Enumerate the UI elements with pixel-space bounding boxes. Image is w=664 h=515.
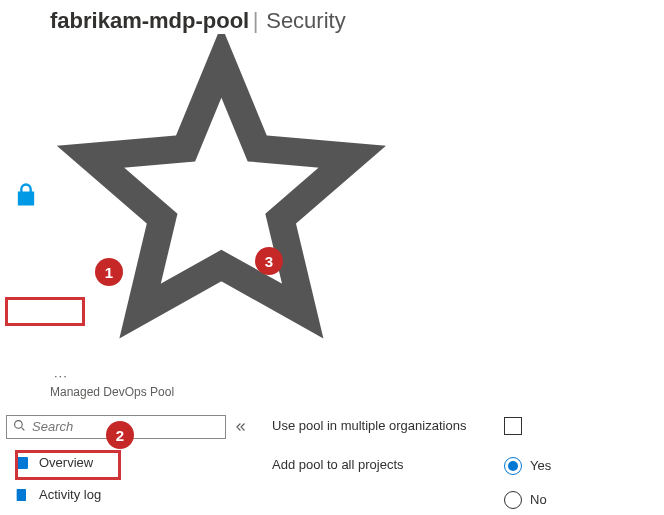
radio-label: Yes bbox=[530, 458, 551, 473]
more-menu-icon[interactable]: ··· bbox=[50, 368, 72, 383]
search-input[interactable] bbox=[32, 419, 219, 434]
sidebar: Overview Activity log Access control (IA… bbox=[0, 409, 254, 515]
overview-icon bbox=[14, 455, 30, 471]
sidebar-item-iam[interactable]: Access control (IAM) bbox=[6, 511, 248, 515]
sidebar-label: Overview bbox=[39, 455, 93, 470]
collapse-sidebar-icon[interactable] bbox=[234, 420, 248, 434]
resource-type: Managed DevOps Pool bbox=[0, 385, 664, 409]
sidebar-item-overview[interactable]: Overview bbox=[6, 447, 248, 479]
activity-log-icon bbox=[14, 487, 30, 503]
page-header: fabrikam-mdp-pool | Security ··· bbox=[0, 0, 664, 385]
add-all-label: Add pool to all projects bbox=[272, 457, 504, 472]
favorite-star-icon[interactable] bbox=[56, 353, 387, 368]
radio-no[interactable]: No bbox=[504, 491, 551, 509]
radio-icon bbox=[504, 491, 522, 509]
search-icon bbox=[13, 419, 26, 435]
multi-org-checkbox[interactable] bbox=[504, 417, 522, 435]
radio-icon bbox=[504, 457, 522, 475]
sidebar-label: Activity log bbox=[39, 487, 101, 502]
lock-icon bbox=[12, 181, 40, 209]
radio-label: No bbox=[530, 492, 547, 507]
multi-org-label: Use pool in multiple organizations bbox=[272, 418, 504, 433]
radio-yes[interactable]: Yes bbox=[504, 457, 551, 475]
svg-rect-1 bbox=[16, 457, 28, 469]
main-content: Use pool in multiple organizations Add p… bbox=[254, 409, 664, 515]
blade-title: Security bbox=[266, 8, 345, 33]
resource-title: fabrikam-mdp-pool bbox=[50, 8, 249, 33]
svg-rect-2 bbox=[17, 489, 26, 501]
sidebar-item-activity[interactable]: Activity log bbox=[6, 479, 248, 511]
search-input-wrapper[interactable] bbox=[6, 415, 226, 439]
svg-point-0 bbox=[15, 420, 23, 428]
